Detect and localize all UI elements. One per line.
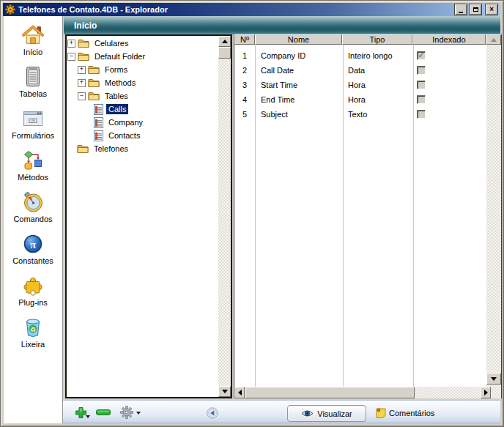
fields-table-header: Nº Nome Tipo Indexado: [234, 34, 501, 45]
tree-item-telefones[interactable]: Telefones: [67, 142, 218, 155]
back-circle-icon: [207, 407, 218, 419]
visualizar-button[interactable]: Visualizar: [287, 405, 366, 422]
scroll-down-button[interactable]: [218, 386, 231, 397]
sidebar-item-label: Plug-ins: [18, 298, 48, 307]
column-header-nome[interactable]: Nome: [255, 34, 342, 45]
field-type: Texto: [343, 110, 413, 119]
collapse-button[interactable]: [207, 407, 218, 419]
sidebar-item-plugins[interactable]: Plug-ins: [4, 274, 62, 316]
sidebar-item-label: Comandos: [13, 215, 52, 223]
scrollbar-thumb[interactable]: [245, 387, 415, 398]
field-number: 1: [234, 51, 255, 60]
scrollbar-track[interactable]: [415, 387, 481, 398]
tree-item-celulares[interactable]: +Celulares: [67, 37, 218, 50]
expand-icon[interactable]: +: [67, 40, 75, 48]
field-row[interactable]: 1Company IDInteiro longo: [234, 48, 487, 63]
collapse-icon[interactable]: −: [78, 92, 86, 100]
tables-icon: [21, 65, 45, 88]
field-type: Hora: [343, 81, 413, 89]
field-number: 2: [234, 66, 255, 75]
dropdown-caret-icon: [86, 415, 90, 418]
tree-item-label: Tables: [103, 91, 130, 101]
svg-text:OK: OK: [31, 119, 35, 122]
sidebar: InícioTabelasOKFormuláriosMétodosComando…: [4, 16, 63, 423]
table-horizontal-scrollbar[interactable]: [234, 387, 491, 398]
tree-item-company[interactable]: Company: [67, 116, 218, 129]
expand-icon[interactable]: +: [78, 79, 86, 87]
field-row[interactable]: 3Start TimeHora: [234, 78, 487, 92]
tree-item-contacts[interactable]: Contacts: [67, 129, 218, 142]
scrollbar-track[interactable]: [218, 59, 231, 386]
tree-item-label: Company: [106, 117, 145, 127]
field-row[interactable]: 2Call DateData: [234, 63, 487, 78]
sidebar-item-comandos[interactable]: Comandos: [4, 190, 62, 232]
column-header-tipo[interactable]: Tipo: [342, 34, 412, 45]
svg-text:♻: ♻: [30, 325, 36, 333]
sidebar-item-inicio[interactable]: Início: [4, 23, 62, 65]
arrow-up-icon: [222, 40, 228, 43]
sidebar-item-label: Constantes: [12, 256, 53, 265]
scroll-right-button[interactable]: [481, 387, 491, 398]
tree-item-calls[interactable]: Calls: [67, 103, 218, 116]
sidebar-item-tabelas[interactable]: Tabelas: [4, 65, 62, 107]
tree-vertical-scrollbar[interactable]: [218, 36, 231, 397]
constants-icon: π: [21, 232, 45, 255]
close-button[interactable]: ×: [485, 4, 498, 15]
add-button[interactable]: [75, 406, 90, 419]
title-bar[interactable]: Telefones de Contato.4DB - Explorador ×: [3, 3, 500, 16]
arrow-down-icon: [222, 390, 228, 393]
minus-icon: [96, 409, 111, 415]
fields-table-body: 1Company IDInteiro longo2Call DateData3S…: [234, 45, 487, 387]
table-scroll-up-button[interactable]: [486, 34, 501, 45]
tree-item-default-folder[interactable]: −Default Folder: [67, 50, 218, 63]
fields-table-panel: Nº Nome Tipo Indexado 1Company IDInteiro…: [234, 34, 502, 398]
sidebar-item-constantes[interactable]: πConstantes: [4, 232, 62, 274]
tree-item-tables[interactable]: −Tables: [67, 89, 218, 103]
table-vertical-scrollbar[interactable]: [486, 45, 501, 385]
field-indexed-cell: [413, 66, 487, 75]
options-button[interactable]: [120, 406, 141, 419]
scroll-down-button[interactable]: [486, 373, 501, 385]
scrollbar-thumb[interactable]: [218, 47, 231, 59]
plugins-icon: [21, 274, 45, 297]
indexed-checkbox[interactable]: [417, 95, 426, 104]
indexed-checkbox[interactable]: [417, 51, 426, 60]
tree-item-methods[interactable]: +Methods: [67, 76, 218, 89]
eye-icon: [301, 409, 314, 417]
column-header-num[interactable]: Nº: [234, 34, 255, 45]
column-header-indexado[interactable]: Indexado: [412, 34, 486, 45]
arrow-down-icon: [491, 377, 497, 381]
scrollbar-track[interactable]: [486, 45, 501, 373]
indexed-checkbox[interactable]: [417, 81, 426, 89]
sidebar-item-lixeira[interactable]: ♻Lixeira: [4, 316, 62, 357]
field-row[interactable]: 4End TimeHora: [234, 92, 487, 107]
app-icon: [5, 4, 15, 15]
form-icon: OK: [21, 107, 45, 130]
methods-icon: [21, 149, 45, 171]
sidebar-item-metodos[interactable]: Métodos: [4, 149, 62, 190]
indexed-checkbox[interactable]: [417, 110, 426, 119]
field-number: 3: [234, 81, 255, 89]
table-icon: [94, 130, 103, 141]
collapse-icon[interactable]: −: [67, 53, 75, 61]
indexed-checkbox[interactable]: [417, 66, 426, 75]
scroll-up-button[interactable]: [218, 36, 231, 47]
folder-tree-panel: +Celulares−Default Folder+Forms+Methods−…: [65, 34, 232, 398]
minimize-button[interactable]: [454, 4, 467, 15]
sidebar-item-label: Métodos: [18, 173, 48, 182]
window-title: Telefones de Contato.4DB - Explorador: [18, 5, 451, 14]
maximize-button[interactable]: [469, 4, 482, 15]
tree-item-label: Forms: [103, 64, 130, 75]
home-icon: [21, 23, 45, 46]
svg-text:π: π: [30, 238, 37, 250]
comentarios-button[interactable]: Comentários: [376, 407, 434, 418]
scroll-left-button[interactable]: [234, 387, 245, 398]
field-row[interactable]: 5SubjectTexto: [234, 107, 487, 122]
minimize-icon: [459, 12, 463, 13]
remove-button[interactable]: [96, 409, 111, 415]
folder-tree: +Celulares−Default Folder+Forms+Methods−…: [67, 36, 218, 397]
expand-icon[interactable]: +: [78, 66, 86, 74]
sidebar-item-formularios[interactable]: OKFormulários: [4, 107, 62, 149]
field-number: 5: [234, 110, 255, 119]
tree-item-forms[interactable]: +Forms: [67, 63, 218, 76]
